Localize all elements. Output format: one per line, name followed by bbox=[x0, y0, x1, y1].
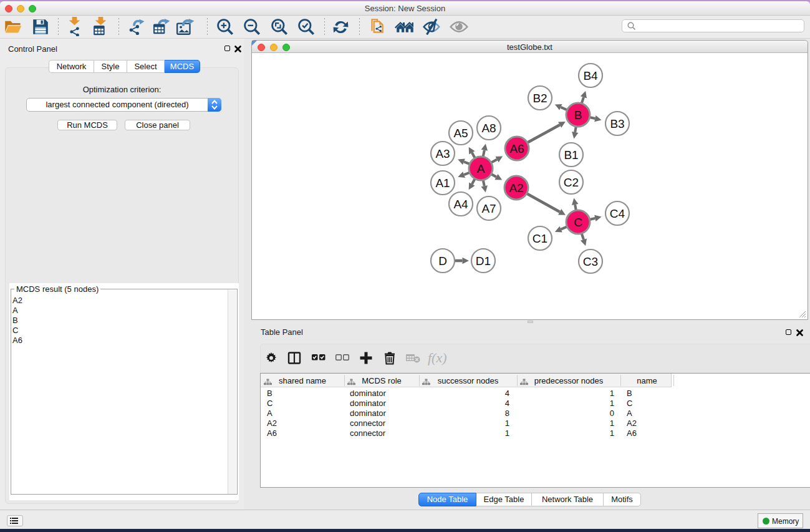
svg-text:C2: C2 bbox=[564, 176, 579, 189]
svg-text:A: A bbox=[477, 162, 485, 175]
svg-text:C4: C4 bbox=[610, 207, 625, 220]
svg-text:B3: B3 bbox=[610, 117, 624, 130]
svg-text:B1: B1 bbox=[564, 148, 578, 162]
svg-text:A3: A3 bbox=[435, 147, 450, 160]
svg-text:A7: A7 bbox=[481, 202, 496, 215]
svg-text:B: B bbox=[574, 109, 582, 122]
svg-text:A1: A1 bbox=[435, 177, 450, 190]
svg-text:A6: A6 bbox=[509, 142, 524, 155]
svg-text:D: D bbox=[438, 254, 447, 268]
svg-text:A5: A5 bbox=[453, 127, 468, 140]
svg-text:C1: C1 bbox=[533, 232, 547, 245]
svg-text:D1: D1 bbox=[476, 254, 491, 268]
svg-text:A4: A4 bbox=[453, 198, 468, 211]
svg-text:A2: A2 bbox=[509, 181, 523, 195]
svg-text:B2: B2 bbox=[533, 92, 547, 105]
svg-text:C: C bbox=[574, 216, 582, 229]
svg-text:C3: C3 bbox=[583, 255, 598, 268]
svg-text:B4: B4 bbox=[583, 69, 598, 82]
svg-text:A8: A8 bbox=[481, 122, 496, 135]
